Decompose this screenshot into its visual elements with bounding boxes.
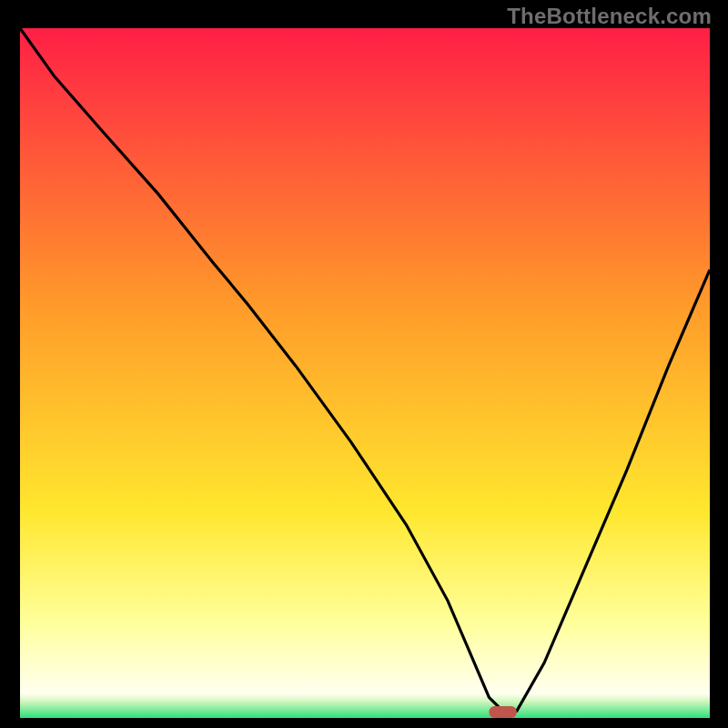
plot-background	[20, 28, 710, 718]
bottleneck-chart	[0, 0, 728, 728]
optimal-marker	[489, 706, 516, 718]
watermark-text: TheBottleneck.com	[507, 4, 712, 29]
chart-frame: { "watermark": "TheBottleneck.com", "col…	[0, 0, 728, 728]
